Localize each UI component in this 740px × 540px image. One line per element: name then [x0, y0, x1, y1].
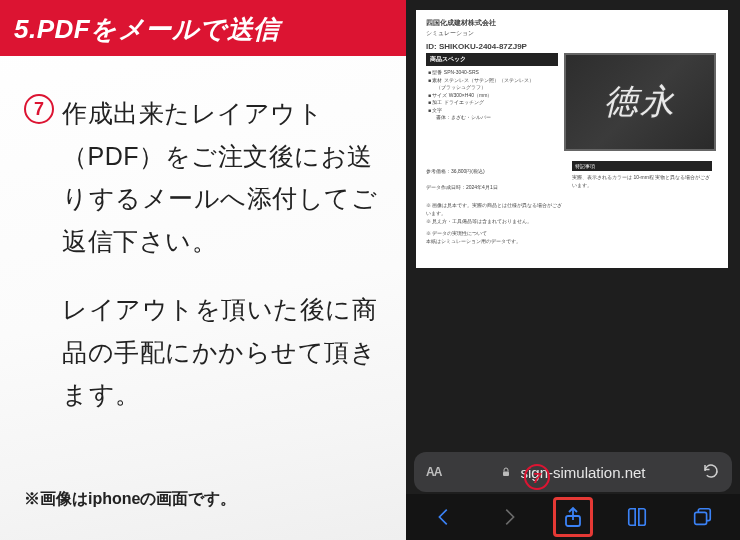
- step-paragraph-1: 作成出来たレイアウト（PDF）をご注文後にお送りするメールへ添付してご返信下さい…: [62, 92, 382, 262]
- back-button[interactable]: [424, 497, 464, 537]
- pdf-id: ID: SHIKOKU-2404-87ZJ9P: [426, 42, 718, 51]
- step-number-badge: 7: [24, 94, 54, 124]
- step-text: 作成出来たレイアウト（PDF）をご注文後にお送りするメールへ添付してご返信下さい…: [62, 92, 382, 416]
- svg-rect-0: [503, 471, 509, 476]
- pdf-spec-line: 文字: [428, 107, 556, 115]
- text-size-button[interactable]: AA: [426, 465, 441, 479]
- pdf-spec-line: （ブラッシュグラフ）: [428, 84, 556, 92]
- share-icon: [561, 505, 585, 529]
- forward-button[interactable]: [489, 497, 529, 537]
- svg-rect-2: [694, 512, 706, 524]
- pdf-spec-heading: 商品スペック: [426, 53, 558, 66]
- instruction-body: 7 作成出来たレイアウト（PDF）をご注文後にお送りするメールへ添付してご返信下…: [0, 56, 406, 416]
- step-paragraph-2: レイアウトを頂いた後に商品の手配にかからせて頂きます。: [62, 288, 382, 416]
- browser-url-bar[interactable]: AA sign-simulation.net: [414, 452, 732, 492]
- pdf-spec-line: サイズ W300×H40（mm）: [428, 92, 556, 100]
- pdf-price: 参考価格：36,800円(税込): [426, 167, 566, 175]
- book-icon: [626, 506, 648, 528]
- pdf-spec-line: 加工 ドライエッチング: [428, 99, 556, 107]
- pdf-spec-line: 素材 ステンレス（サテン照）（ステンレス）: [428, 77, 556, 85]
- tabs-button[interactable]: [682, 497, 722, 537]
- pdf-preview[interactable]: 四国化成建材株式会社 シミュレーション ID: SHIKOKU-2404-87Z…: [416, 10, 728, 268]
- bookmarks-button[interactable]: [617, 497, 657, 537]
- pdf-disclaimer: ※ 見え方・工具備品等は含まれておりません。: [426, 217, 566, 225]
- pdf-spec-line: 型番 SPN-3040-SRS: [428, 69, 556, 77]
- pdf-notes-heading: 特記事項: [572, 161, 712, 171]
- pdf-company: 四国化成建材株式会社: [426, 18, 718, 28]
- browser-toolbar: [406, 494, 740, 540]
- section-title: 5.PDFをメールで送信: [0, 0, 406, 56]
- pdf-disclaimer: 本紙はシミュレーション用のデータです。: [426, 237, 566, 245]
- lock-icon: [500, 464, 516, 481]
- pdf-disclaimer: ※ 画像は見本です。実際の商品とは仕様が異なる場合がございます。: [426, 201, 566, 217]
- pdf-spec-list: 型番 SPN-3040-SRS 素材 ステンレス（サテン照）（ステンレス） （ブ…: [426, 66, 558, 125]
- footnote: ※画像はiphoneの画面です。: [24, 489, 236, 510]
- pdf-date: データ作成日時：2024年4月1日: [426, 183, 566, 191]
- reload-button[interactable]: [702, 462, 720, 483]
- pdf-notes-body: 実際、表示されるカラーは 10-mm程 実物と異なる場合がございます。: [572, 173, 712, 189]
- share-button[interactable]: [553, 497, 593, 537]
- pdf-nameplate-preview: 徳永: [564, 53, 716, 151]
- tabs-icon: [691, 506, 713, 528]
- instruction-panel: 5.PDFをメールで送信 7 作成出来たレイアウト（PDF）をご注文後にお送りす…: [0, 0, 406, 540]
- pdf-disclaimer: ※ データの実現性について: [426, 229, 566, 237]
- pdf-nameplate-text: 徳永: [604, 79, 676, 125]
- phone-screenshot: 四国化成建材株式会社 シミュレーション ID: SHIKOKU-2404-87Z…: [406, 0, 740, 540]
- url-text: sign-simulation.net: [520, 464, 645, 481]
- pdf-spec-line: 書体：きざむ・シルバー: [428, 114, 556, 122]
- pdf-subtitle: シミュレーション: [426, 29, 718, 38]
- aa-icon: AA: [426, 465, 441, 479]
